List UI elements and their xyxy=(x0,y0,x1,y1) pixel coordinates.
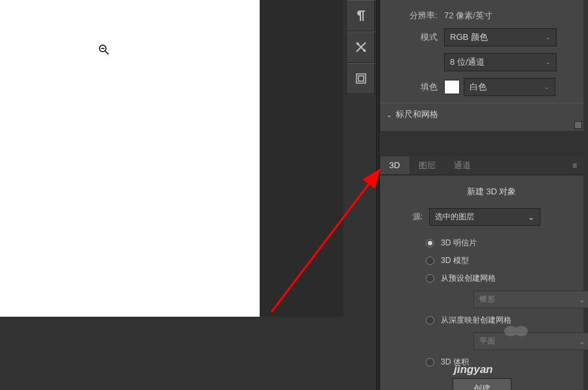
paragraph-tool-button[interactable] xyxy=(347,0,375,31)
tab-layers[interactable]: 图层 xyxy=(409,156,445,175)
chevron-down-icon: ⌄ xyxy=(528,213,534,222)
svg-rect-5 xyxy=(356,74,366,83)
panel-3d-body: 新建 3D 对象 源: 选中的图层 ⌄ 3D 明信片 3D 模型 从预设创建网格 xyxy=(380,175,583,390)
radio-3d-postcard[interactable]: 3D 明信片 xyxy=(426,238,570,249)
tab-bar: 3D 图层 通道 ≡ xyxy=(380,156,583,175)
3d-type-radio-group: 3D 明信片 3D 模型 从预设创建网格 锥形 ⌄ 从深度映射创建网格 平面 ⌄ xyxy=(393,238,570,368)
chevron-down-icon: ⌄ xyxy=(387,111,392,118)
source-dropdown[interactable]: 选中的图层 ⌄ xyxy=(429,208,540,226)
rulers-grid-section-header[interactable]: ⌄ 标尺和网格 xyxy=(380,103,583,126)
chevron-down-icon: ⌄ xyxy=(545,34,551,41)
radio-icon xyxy=(426,358,434,366)
artboard-tool-button[interactable] xyxy=(347,63,375,94)
bit-depth-dropdown[interactable]: 8 位/通道 ⌄ xyxy=(444,53,557,71)
radio-icon xyxy=(426,257,434,265)
radio-volume-label: 3D 体积 xyxy=(441,357,469,368)
radio-3d-model[interactable]: 3D 模型 xyxy=(426,255,570,266)
document-canvas[interactable] xyxy=(0,0,260,317)
svg-line-1 xyxy=(105,51,109,54)
vertical-toolbar xyxy=(346,0,375,95)
scrollbar-handle[interactable] xyxy=(574,121,582,129)
chevron-down-icon: ⌄ xyxy=(545,59,551,65)
mode-label: 模式 xyxy=(380,31,444,43)
color-mode-dropdown[interactable]: RGB 颜色 ⌄ xyxy=(444,28,557,46)
tab-3d[interactable]: 3D xyxy=(380,156,409,174)
create-button[interactable]: 创建 xyxy=(453,378,511,390)
resolution-label: 分辨率: xyxy=(380,10,444,22)
tabbed-panel: 3D 图层 通道 ≡ 新建 3D 对象 源: 选中的图层 ⌄ 3D 明信片 3D… xyxy=(379,156,583,390)
depth-map-dropdown[interactable]: 平面 ⌄ xyxy=(474,332,588,350)
radio-preset-mesh[interactable]: 从预设创建网格 xyxy=(426,273,570,284)
properties-panel: 分辨率: 72 像素/英寸 模式 RGB 颜色 ⌄ 8 位/通道 ⌄ 填色 白色… xyxy=(379,0,583,131)
source-value: 选中的图层 xyxy=(435,211,474,222)
bit-depth-value: 8 位/通道 xyxy=(450,56,485,68)
preset-shape-dropdown[interactable]: 锥形 ⌄ xyxy=(474,291,588,308)
zoom-out-cursor-icon xyxy=(99,44,109,55)
radio-icon xyxy=(426,274,434,283)
radio-preset-mesh-label: 从预设创建网格 xyxy=(441,273,496,284)
radio-3d-volume[interactable]: 3D 体积 xyxy=(426,357,570,368)
svg-point-4 xyxy=(363,49,366,52)
canvas-viewport xyxy=(0,0,343,317)
radio-depth-map-label: 从深度映射创建网格 xyxy=(441,315,511,326)
chevron-down-icon: ⌄ xyxy=(579,337,585,346)
source-label: 源: xyxy=(413,211,423,222)
fill-color-value: 白色 xyxy=(470,81,487,93)
radio-icon xyxy=(426,239,434,247)
resolution-value: 72 像素/英寸 xyxy=(444,10,493,22)
panel-3d-title: 新建 3D 对象 xyxy=(393,186,570,198)
panel-menu-icon[interactable]: ≡ xyxy=(572,161,577,170)
radio-icon xyxy=(426,316,434,325)
tab-channels[interactable]: 通道 xyxy=(445,156,480,175)
chevron-down-icon: ⌄ xyxy=(544,84,549,90)
fill-color-dropdown[interactable]: 白色 ⌄ xyxy=(464,78,555,96)
tools-crossed-button[interactable] xyxy=(347,31,375,63)
preset-shape-value: 锥形 xyxy=(479,294,495,305)
radio-postcard-label: 3D 明信片 xyxy=(441,238,477,249)
svg-rect-6 xyxy=(358,76,364,81)
radio-model-label: 3D 模型 xyxy=(441,255,469,266)
rulers-grid-label: 标尺和网格 xyxy=(396,109,438,120)
fill-label: 填色 xyxy=(380,81,444,93)
chevron-down-icon: ⌄ xyxy=(579,295,585,304)
depth-map-value: 平面 xyxy=(479,336,495,347)
radio-depth-map[interactable]: 从深度映射创建网格 xyxy=(426,315,570,326)
svg-point-3 xyxy=(356,43,359,45)
color-mode-value: RGB 颜色 xyxy=(450,31,488,43)
fill-color-swatch[interactable] xyxy=(444,80,460,94)
